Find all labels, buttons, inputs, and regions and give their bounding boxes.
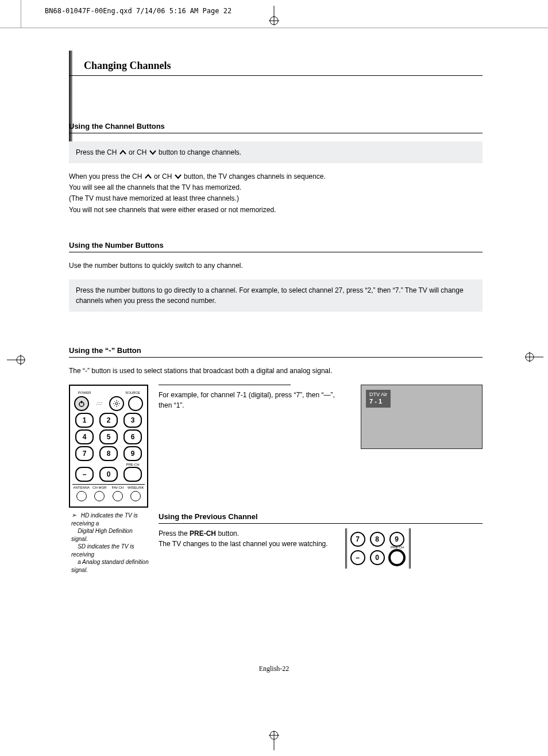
ch-down-icon [149,149,157,156]
channel-buttons-desc: When you press the CH or CH button, the … [69,171,483,216]
ch-up-icon [144,174,152,180]
remote-wiselink-button[interactable] [130,491,141,501]
remote-antenna-label: ANTENNA [72,486,91,489]
remote-key-0[interactable]: 0 [99,467,118,482]
svg-line-21 [118,405,119,406]
prech-remote-illustration: 7 8 9 – 0 PRE-CH [345,528,411,569]
source-button[interactable] [128,396,143,411]
remote-key-dash[interactable]: – [350,550,365,565]
top-rule [0,28,548,28]
remote-antenna-button[interactable] [76,491,87,501]
section-dash-button-heading: Using the “-” Button [69,346,483,358]
top-vrule [21,0,21,28]
remote-favch-button[interactable] [113,491,123,501]
svg-point-15 [115,402,118,405]
txt: or CH [129,148,149,156]
note-arrow-icon: ➣ [71,511,79,520]
section-previous-channel-heading: Using the Previous Channel [159,512,483,524]
remote-key-5[interactable]: 5 [99,429,118,444]
page-title: Changing Channels [69,57,171,75]
remote-key-4[interactable]: 4 [75,429,94,444]
remote-key-8[interactable]: 8 [370,532,385,547]
remote-key-6[interactable]: 6 [124,429,142,444]
remote-key-7[interactable]: 7 [75,446,94,461]
remote-key-9[interactable]: 9 [389,532,404,547]
number-buttons-boxnote: Press the number buttons to go directly … [69,279,483,312]
section-number-buttons-heading: Using the Number Buttons [69,241,483,252]
remote-key-8[interactable]: 8 [99,446,118,461]
remote-key-2[interactable]: 2 [99,413,118,428]
remote-key-7[interactable]: 7 [350,532,365,547]
ir-icon: ∴∵ [93,401,106,406]
brightness-button[interactable] [109,396,124,411]
remote-source-label: SOURCE [121,391,145,394]
txt: Press the CH [76,148,119,156]
power-button[interactable] [74,396,89,411]
svg-line-20 [114,401,115,402]
remote-chmgr-label: CH MGR [91,486,109,489]
remote-key-prech-highlighted[interactable] [389,550,404,565]
svg-line-23 [118,401,119,402]
channel-buttons-boxnote: Press the CH or CH button to change chan… [69,141,483,163]
remote-illustration: POWER SOURCE ∴∵ 1 2 3 [69,385,148,508]
remote-key-dash[interactable]: – [75,467,94,482]
print-registration-left [7,354,28,366]
dash-example-text: For example, for channel 7-1 (digital), … [159,390,347,410]
remote-key-3[interactable]: 3 [124,413,142,428]
print-registration-right [523,351,543,363]
remote-chmgr-button[interactable] [94,491,105,501]
remote-key-prech[interactable] [124,467,142,482]
remote-key-9[interactable]: 9 [124,446,142,461]
remote-power-label: POWER [72,391,97,394]
remote-prech-label: PRE-CH [389,546,406,549]
example-rule [159,385,291,385]
svg-line-22 [114,405,115,406]
number-buttons-intro: Use the number buttons to quickly switch… [69,260,483,271]
ch-up-icon [119,149,127,156]
tv-screenshot: DTV Air 7 - 1 [361,385,483,449]
txt: button to change channels. [159,148,241,156]
dash-button-intro: The “-” button is used to select station… [69,366,483,377]
remote-prech-label: PRE-CH [125,463,141,466]
remote-key-0[interactable]: 0 [370,550,385,565]
print-registration-bottom [268,730,280,750]
previous-channel-desc: Press the PRE-CH button. The TV changes … [159,528,328,549]
remote-wiselink-label: WISELINK [127,486,145,489]
remote-favch-label: FAV.CH [109,486,127,489]
source-file-header: BN68-01047F-00Eng.qxd 7/14/06 5:16 AM Pa… [45,7,231,15]
tv-channel-tag: DTV Air 7 - 1 [366,390,391,408]
hd-sd-note: ➣ HD indicates the TV is receiving a Dig… [69,511,149,574]
page-footer: English-22 [0,665,548,673]
remote-key-1[interactable]: 1 [75,413,94,428]
section-channel-buttons-heading: Using the Channel Buttons [69,122,483,133]
print-registration-top [268,6,280,26]
ch-down-icon [174,174,182,180]
